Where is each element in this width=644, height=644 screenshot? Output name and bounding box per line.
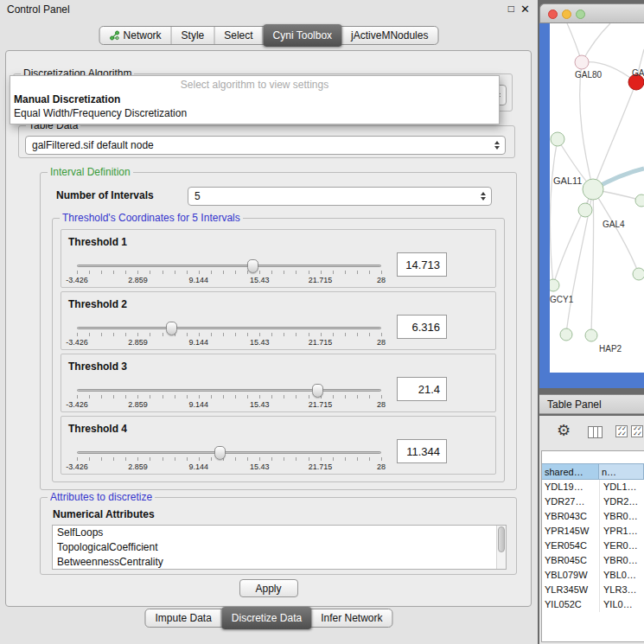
tab-jactivemnodules[interactable]: jActiveMNodules	[341, 27, 437, 44]
threshold-slider[interactable]: -3.4262.8599.14415.4321.71528	[77, 446, 381, 474]
apply-button[interactable]: Apply	[239, 579, 297, 597]
table-row[interactable]: YIL052CYIL0…	[542, 597, 644, 612]
slider-thumb[interactable]	[247, 259, 258, 273]
table-data-combobox[interactable]: galFiltered.sif default node	[25, 136, 506, 155]
numerical-attributes-list[interactable]: SelfLoopsTopologicalCoefficientBetweenne…	[52, 525, 507, 570]
table-row[interactable]: YBR043CYBR0…	[542, 509, 644, 524]
network-node-green[interactable]	[560, 328, 572, 341]
float-window-icon[interactable]: □	[508, 3, 514, 15]
network-node-label: GAL80	[575, 70, 603, 80]
network-node-green[interactable]	[635, 194, 644, 207]
slider-tick	[77, 395, 78, 399]
network-node-green[interactable]	[633, 268, 644, 280]
table-scrollpane[interactable]: shared… n… YDL19…YDL1…YDR27…YDR2…YBR043C…	[541, 450, 644, 642]
table-row[interactable]: YER054CYER0…	[542, 539, 644, 553]
network-edge[interactable]	[593, 189, 639, 274]
table-row[interactable]: YPR145WYPR1…	[542, 524, 644, 539]
threshold-slider[interactable]: -3.4262.8599.14415.4321.71528	[77, 322, 381, 349]
scrollbar-thumb[interactable]	[498, 526, 505, 552]
list-scrollbar[interactable]	[496, 526, 506, 569]
deselect-checkboxes-icon[interactable]	[631, 425, 643, 437]
attribute-list-item[interactable]: BetweennessCentrality	[53, 555, 506, 570]
threshold-slider[interactable]: -3.4262.8599.14415.4321.71528	[77, 384, 381, 411]
table-row[interactable]: YDR27…YDR2…	[542, 494, 644, 509]
tab-infer-network[interactable]: Infer Network	[311, 609, 392, 627]
tab-cyni-toolbox[interactable]: Cyni Toolbox	[264, 24, 341, 47]
network-window-titlebar[interactable]	[539, 3, 644, 23]
table-cell: YBR045C	[542, 553, 599, 568]
slider-tick	[345, 271, 346, 274]
slider-tick	[89, 271, 90, 274]
column-header-name[interactable]: n…	[599, 463, 644, 480]
slider-tick	[150, 457, 150, 461]
group-title: Attributes to discretize	[48, 491, 155, 503]
slider-tick	[235, 333, 236, 336]
table-row[interactable]: YBR045CYBR0…	[542, 553, 644, 568]
slider-tick	[137, 333, 138, 336]
network-node-label: GAL11	[553, 175, 582, 186]
table-panel-title: Table Panel	[547, 399, 602, 411]
slider-tick	[150, 333, 150, 336]
threshold-panel: Threshold 3-3.4262.8599.14415.4321.71528…	[61, 354, 496, 412]
slider-tick	[235, 457, 236, 461]
slider-thumb[interactable]	[214, 446, 226, 460]
number-of-intervals-combobox[interactable]: 5	[188, 187, 492, 206]
table-cell: YIL0…	[599, 597, 644, 612]
network-node-green[interactable]	[551, 132, 564, 146]
network-node-green[interactable]	[585, 329, 597, 341]
algorithm-option[interactable]: Equal Width/Frequency Discretization	[10, 106, 499, 120]
table-row[interactable]: YBL079WYBL0…	[542, 568, 644, 583]
threshold-panel: Threshold 1-3.4262.8599.14415.4321.71528…	[61, 229, 496, 288]
attribute-list-item[interactable]: TopologicalCoefficient	[53, 540, 506, 555]
mac-close-button[interactable]	[548, 10, 558, 19]
slider-scale-label: -3.426	[66, 400, 88, 409]
network-node-green[interactable]	[578, 203, 592, 217]
slider-tick	[211, 333, 212, 336]
algorithm-option[interactable]: Manual Discretization	[10, 92, 499, 106]
table-row[interactable]: YLR345WYLR3…	[542, 583, 644, 597]
slider-tick	[259, 457, 260, 461]
network-node-green[interactable]	[550, 279, 559, 291]
close-icon[interactable]: ✕	[520, 3, 530, 16]
table-row[interactable]: YDL19…YDL1…	[542, 480, 644, 494]
mac-minimize-button[interactable]	[562, 10, 571, 19]
slider-tick	[199, 271, 200, 274]
network-canvas[interactable]: GAL80GAGAL11GAL4GCY1HAP2	[550, 23, 644, 373]
gear-icon[interactable]: ⚙	[557, 421, 571, 440]
slider-tick	[284, 395, 284, 399]
tab-network[interactable]: Network	[100, 27, 172, 44]
tab-select[interactable]: Select	[214, 27, 263, 44]
network-edge[interactable]	[551, 139, 558, 285]
tab-style[interactable]: Style	[172, 27, 215, 44]
slider-tick	[101, 333, 102, 336]
slider-tick	[345, 395, 346, 399]
threshold-value-field[interactable]: 21.4	[397, 377, 447, 401]
network-node-green[interactable]	[583, 179, 603, 200]
attribute-list-item[interactable]: SelfLoops	[53, 526, 506, 540]
mac-zoom-button[interactable]	[576, 10, 585, 19]
slider-tick	[125, 395, 126, 399]
network-edge[interactable]	[580, 62, 593, 189]
select-all-checkboxes-icon[interactable]	[615, 425, 628, 437]
slider-tick	[175, 457, 175, 461]
threshold-panel: Threshold 4-3.4262.8599.14415.4321.71528…	[61, 416, 496, 475]
network-node-pink[interactable]	[575, 55, 589, 69]
threshold-value-field[interactable]: 14.713	[397, 252, 447, 277]
slider-scale-label: 9.144	[189, 338, 209, 347]
threshold-value-field[interactable]: 11.344	[397, 439, 447, 463]
threshold-value-field[interactable]: 6.316	[397, 315, 447, 339]
tab-impute-data[interactable]: Impute Data	[145, 609, 221, 627]
table-panel-titlebar[interactable]: Table Panel	[539, 394, 644, 414]
slider-thumb[interactable]	[312, 384, 323, 398]
slider-tick	[333, 271, 334, 274]
columns-icon[interactable]	[588, 426, 603, 438]
slider-tick	[175, 271, 175, 274]
column-header-shared-name[interactable]: shared…	[542, 463, 599, 480]
slider-tick	[113, 271, 114, 274]
slider-thumb[interactable]	[166, 322, 177, 335]
threshold-slider[interactable]: -3.4262.8599.14415.4321.71528	[77, 259, 381, 287]
slider-tick	[284, 271, 284, 274]
tab-discretize-data[interactable]: Discretize Data	[222, 607, 311, 629]
slider-tick	[309, 333, 309, 336]
slider-scale-label: 15.43	[250, 462, 270, 471]
